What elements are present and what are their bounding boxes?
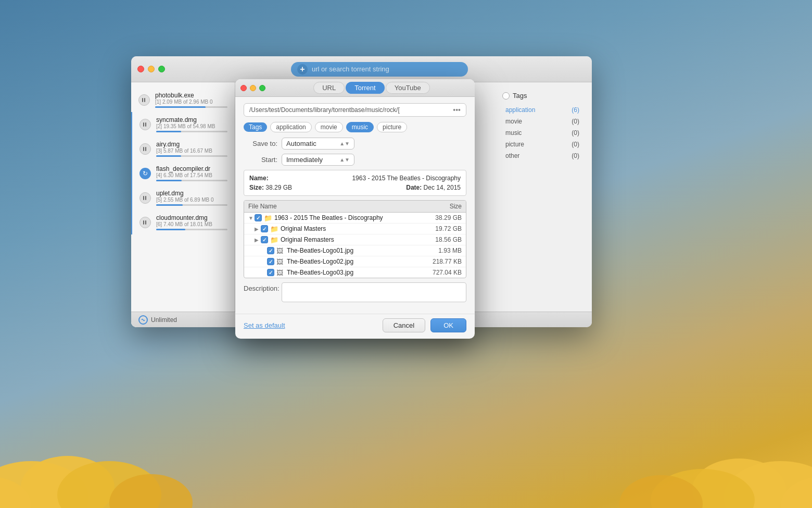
tag-chip-music[interactable]: music (346, 122, 374, 132)
pause-button-syncmate[interactable] (139, 119, 151, 130)
dialog-tl-yellow[interactable] (250, 85, 256, 91)
file-table-body[interactable]: ▼ ✓ 📁 1963 - 2015 The Beatles - Discogra… (244, 213, 466, 278)
tag-item-movie[interactable]: movie (0) (502, 116, 582, 127)
cancel-button[interactable]: Cancel (383, 318, 425, 332)
date-label-value: Date: Dec 14, 2015 (406, 184, 461, 191)
add-button[interactable]: + (297, 64, 308, 75)
pause-button-photobulk[interactable] (138, 94, 150, 106)
dialog-tl-red[interactable] (240, 85, 247, 91)
dialog-footer: Set as default Cancel OK (235, 314, 475, 339)
tags-panel: Tags application (6) movie (0) music (0)… (498, 88, 587, 166)
file-name-logo01: The-Beatles-Logo01.jpg (287, 247, 415, 254)
checkbox-root[interactable]: ✓ (255, 214, 262, 221)
tags-radio[interactable] (502, 92, 510, 100)
tag-chip-movie[interactable]: movie (315, 122, 343, 132)
tag-item-picture[interactable]: picture (0) (502, 139, 582, 150)
checkbox-logo02[interactable]: ✓ (267, 258, 274, 265)
refresh-button-flash[interactable]: ↻ (139, 168, 151, 179)
col-size: Size (415, 203, 462, 210)
file-size-om: 19.72 GB (415, 225, 462, 232)
expand-icon-or[interactable]: ▶ (255, 237, 261, 243)
tag-item-application[interactable]: application (6) (502, 105, 582, 115)
sidebar-item-flash[interactable]: ↻ flash_decompiler.dr [4] 6.30 MB of 17.… (131, 161, 235, 185)
col-filename: File Name (248, 203, 415, 210)
file-row-original-remasters[interactable]: ▶ ✓ 📁 Original Remasters 18.56 GB (244, 234, 466, 245)
pause-button-uplet[interactable] (139, 192, 151, 204)
checkbox-logo01[interactable]: ✓ (267, 247, 274, 254)
file-row-logo03[interactable]: ✓ 🖼 The-Beatles-Logo03.jpg 727.04 KB (244, 267, 466, 278)
expand-icon-om[interactable]: ▶ (255, 226, 261, 232)
sidebar-item-name: photobulk.exe (155, 92, 227, 99)
name-value: 1963 - 2015 The Beatles - Discography (352, 175, 461, 182)
svg-point-8 (651, 469, 755, 508)
sidebar-item-uplet[interactable]: uplet.dmg [5] 2.55 MB of 6.89 MB 0 (131, 185, 235, 210)
sidebar-item-name: uplet.dmg (156, 190, 227, 197)
folder-icon-root: 📁 (264, 214, 272, 221)
tag-item-music[interactable]: music (0) (502, 128, 582, 138)
file-name-root: 1963 - 2015 The Beatles - Discography (274, 214, 415, 221)
svg-point-2 (21, 456, 115, 508)
start-arrow-icon: ▲▼ (339, 157, 350, 163)
sidebar-item-photobulk[interactable]: photobulk.exe [1] 2.09 MB of 2.96 MB 0 (131, 88, 235, 112)
sidebar-item-name: syncmate.dmg (156, 116, 227, 123)
tag-chip-picture[interactable]: picture (377, 122, 407, 132)
checkbox-logo03[interactable]: ✓ (267, 269, 274, 276)
file-row-root[interactable]: ▼ ✓ 📁 1963 - 2015 The Beatles - Discogra… (244, 213, 466, 224)
checkbox-om[interactable]: ✓ (261, 225, 268, 232)
sidebar-item-progress: [4] 6.30 MB of 17.54 MB (156, 172, 227, 178)
svg-point-4 (0, 477, 31, 508)
file-size-logo03: 727.04 KB (415, 269, 462, 276)
svg-point-9 (781, 477, 812, 508)
dialog-tl-green[interactable] (259, 85, 265, 91)
tag-item-other[interactable]: other (0) (502, 151, 582, 161)
svg-point-7 (692, 459, 786, 508)
clouds-decoration (0, 362, 812, 508)
file-name-or: Original Remasters (281, 236, 415, 243)
info-section: Name: 1963 - 2015 The Beatles - Discogra… (244, 170, 466, 196)
file-icon-logo01: 🖼 (276, 247, 285, 254)
dialog-body: /Users/test/Documents/library/torrentbas… (235, 97, 475, 314)
sidebar-item-airy[interactable]: airy.dmg [3] 5.87 MB of 16.67 MB (131, 137, 235, 161)
path-dots-icon[interactable]: ••• (453, 106, 461, 114)
file-size-root: 38.29 GB (415, 214, 462, 221)
tab-torrent[interactable]: Torrent (346, 82, 384, 94)
tag-chip-application[interactable]: application (270, 122, 311, 132)
start-label: Start: (244, 156, 277, 164)
ok-button[interactable]: OK (430, 318, 466, 332)
tab-youtube[interactable]: YouTube (386, 82, 430, 94)
file-name-om: Original Masters (281, 225, 415, 232)
file-name-logo03: The-Beatles-Logo03.jpg (287, 269, 415, 276)
set-as-default-link[interactable]: Set as default (244, 321, 285, 329)
pause-button-cloudmounter[interactable] (139, 217, 151, 228)
checkbox-or[interactable]: ✓ (261, 236, 268, 243)
traffic-light-yellow[interactable] (148, 66, 155, 72)
pause-button-airy[interactable] (139, 143, 151, 155)
sidebar-item-cloudmounter[interactable]: cloudmounter.dmg [6] 7.40 MB of 18.01 MB (131, 210, 235, 234)
file-icon-logo03: 🖼 (276, 269, 285, 276)
start-row: Start: Immediately ▲▼ (244, 154, 466, 166)
save-to-select[interactable]: Automatic ▲▼ (282, 138, 354, 150)
sidebar: photobulk.exe [1] 2.09 MB of 2.96 MB 0 s… (131, 82, 235, 327)
save-to-label: Save to: (244, 140, 277, 147)
file-row-logo02[interactable]: ✓ 🖼 The-Beatles-Logo02.jpg 218.77 KB (244, 256, 466, 267)
search-input-placeholder: url or search torrent string (312, 65, 389, 73)
start-select[interactable]: Immediately ▲▼ (282, 154, 354, 166)
description-row: Description: (244, 282, 466, 302)
file-row-original-masters[interactable]: ▶ ✓ 📁 Original Masters 19.72 GB (244, 224, 466, 234)
tags-chips-row: Tags application movie music picture (244, 122, 466, 132)
tab-url[interactable]: URL (313, 82, 345, 94)
sidebar-item-progress: [5] 2.55 MB of 6.89 MB 0 (156, 197, 227, 203)
path-text: /Users/test/Documents/library/torrentbas… (249, 106, 450, 114)
sidebar-item-syncmate[interactable]: syncmate.dmg [2] 19.35 MB of 54.98 MB (131, 112, 235, 137)
folder-icon-om: 📁 (270, 225, 278, 232)
description-textarea[interactable] (282, 282, 466, 302)
size-label-value: Size: 38.29 GB (249, 184, 292, 191)
file-table-header: File Name Size (244, 201, 466, 213)
traffic-light-red[interactable] (137, 66, 144, 72)
traffic-light-green[interactable] (158, 66, 165, 72)
name-label: Name: (249, 175, 269, 182)
file-size-logo01: 1.93 MB (415, 247, 462, 254)
expand-icon-root[interactable]: ▼ (248, 215, 255, 221)
tags-chip-label[interactable]: Tags (244, 122, 267, 132)
file-row-logo01[interactable]: ✓ 🖼 The-Beatles-Logo01.jpg 1.93 MB (244, 245, 466, 256)
